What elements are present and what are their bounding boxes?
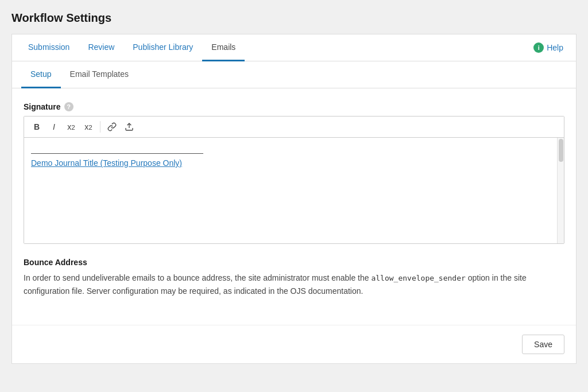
content-panel: Setup Email Templates Signature ? B I x2…: [11, 61, 577, 364]
tab-setup[interactable]: Setup: [21, 61, 61, 88]
help-icon: i: [533, 42, 544, 53]
tab-email-templates[interactable]: Email Templates: [61, 61, 138, 88]
subscript-button[interactable]: x2: [80, 119, 96, 135]
tab-publisher-library[interactable]: Publisher Library: [123, 34, 202, 61]
tab-review[interactable]: Review: [79, 34, 123, 61]
main-tabs-bar: Submission Review Publisher Library Emai…: [11, 34, 577, 61]
inner-tabs-bar: Setup Email Templates: [12, 61, 576, 88]
toolbar-divider: [100, 121, 100, 133]
help-button[interactable]: i Help: [528, 39, 569, 56]
page-title: Workflow Settings: [11, 11, 577, 25]
signature-help-icon[interactable]: ?: [64, 102, 74, 111]
italic-button[interactable]: I: [46, 119, 62, 135]
editor-body: Demo Journal Title (Testing Purpose Only…: [24, 138, 564, 243]
bounce-address-description: In order to send undeliverable emails to…: [24, 271, 564, 297]
bounce-address-group: Bounce Address In order to send undelive…: [24, 258, 564, 297]
signature-field-group: Signature ? B I x2 x2: [24, 102, 564, 244]
editor-text: Demo Journal Title (Testing Purpose Only…: [31, 145, 552, 236]
signature-editor: B I x2 x2: [24, 116, 564, 244]
upload-button[interactable]: [121, 119, 137, 135]
scrollbar-thumb: [559, 139, 563, 162]
panel-body: Signature ? B I x2 x2: [12, 88, 576, 325]
tab-submission[interactable]: Submission: [19, 34, 79, 61]
bounce-address-title: Bounce Address: [24, 258, 564, 267]
save-button[interactable]: Save: [522, 335, 564, 354]
page-wrapper: Workflow Settings Submission Review Publ…: [11, 11, 577, 364]
editor-toolbar: B I x2 x2: [24, 117, 564, 138]
editor-content-area[interactable]: Demo Journal Title (Testing Purpose Only…: [24, 138, 564, 243]
tab-emails[interactable]: Emails: [202, 34, 245, 61]
help-label: Help: [547, 43, 563, 52]
main-tabs: Submission Review Publisher Library Emai…: [19, 34, 245, 61]
superscript-button[interactable]: x2: [63, 119, 79, 135]
bold-button[interactable]: B: [29, 119, 45, 135]
link-button[interactable]: [104, 119, 120, 135]
signature-journal-link[interactable]: Demo Journal Title (Testing Purpose Only…: [31, 158, 182, 168]
panel-footer: Save: [12, 325, 576, 363]
editor-scrollbar[interactable]: [557, 138, 564, 243]
signature-divider-line: [31, 145, 203, 154]
signature-label: Signature ?: [24, 102, 564, 111]
